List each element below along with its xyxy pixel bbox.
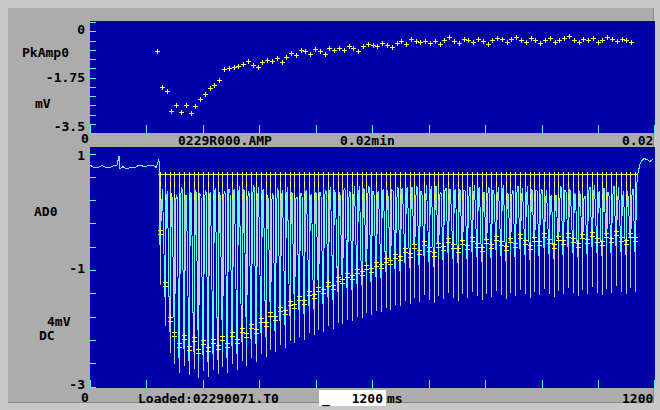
sweep-duration-unit-label: ms xyxy=(387,392,403,406)
top-y-axis-max-label: 0 xyxy=(8,23,85,37)
amp-file-name: 0229R000.AMP xyxy=(178,134,272,148)
bottom-y-axis-mid-label: -1 xyxy=(8,262,85,276)
sweep-duration-input[interactable]: _ 1200 xyxy=(319,390,386,406)
top-y-axis-unit-label: mV xyxy=(35,97,51,111)
top-y-axis-min-label: -3.5 xyxy=(8,120,85,134)
bottom-y-axis-max-label: 1 xyxy=(8,149,85,163)
bottom-x-axis-origin-label: 0 xyxy=(81,391,89,405)
top-y-axis-mid-label: -1.75 xyxy=(8,71,85,85)
sweep-trace-plot[interactable] xyxy=(90,147,655,388)
sweep-duration-value: 1200 xyxy=(352,391,383,406)
bottom-channel-label: AD0 xyxy=(34,205,57,219)
peak-amplitude-plot[interactable] xyxy=(90,21,655,133)
top-x-axis-end-label: 0.02 xyxy=(622,134,653,148)
top-x-axis-origin-label: 0 xyxy=(81,132,89,146)
text-cursor: _ xyxy=(322,391,330,406)
bottom-x-axis-end-label: 1200 xyxy=(622,392,653,406)
top-x-scale-label: 0.02min xyxy=(340,134,395,148)
bottom-coupling-label: DC xyxy=(39,329,55,343)
app-window: 0 PkAmp0 -1.75 mV -3.5 0 0229R000.AMP 0.… xyxy=(0,0,660,410)
loaded-file-status: Loaded:02290071.T0 xyxy=(138,392,279,406)
top-channel-label: PkAmp0 xyxy=(22,46,69,60)
bottom-y-axis-min-label: -3 xyxy=(8,378,85,392)
acquisition-panel: 0 PkAmp0 -1.75 mV -3.5 0 0229R000.AMP 0.… xyxy=(8,8,654,403)
bottom-gain-label: 4mV xyxy=(47,315,70,329)
